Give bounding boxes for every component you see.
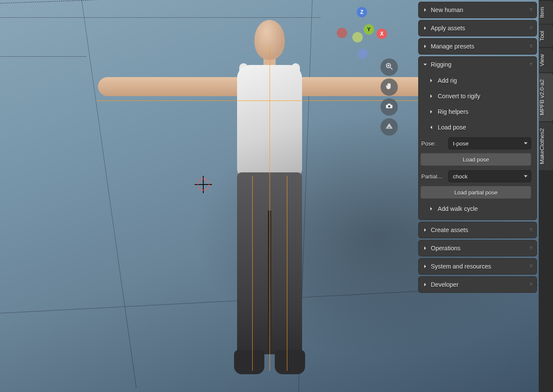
svg-line-1	[390, 68, 393, 70]
grid-line-dashed	[0, 0, 173, 3]
perspective-toggle-button[interactable]	[381, 118, 398, 136]
tab-makeclothes[interactable]: MakeClothes2	[539, 122, 553, 170]
chevron-right-icon	[429, 93, 435, 100]
panel-header-apply-assets[interactable]: Apply assets ⠿	[419, 20, 537, 36]
gizmo-axis-y[interactable]: Y	[364, 24, 374, 35]
pose-select[interactable]: t-pose	[448, 137, 531, 149]
subpanel-convert-rigify[interactable]: Convert to rigify	[425, 89, 534, 104]
subpanel-label: Add walk cycle	[438, 205, 478, 212]
grid-line	[0, 17, 321, 18]
subpanel-add-walk-cycle[interactable]: Add walk cycle	[425, 201, 534, 216]
panel-developer: Developer ⠿	[418, 276, 537, 293]
drag-grip-icon[interactable]: ⠿	[530, 246, 533, 251]
tab-mpfb[interactable]: MPFB v2.0-a2	[539, 73, 553, 121]
panel-title: Rigging	[431, 61, 451, 68]
panel-header-developer[interactable]: Developer ⠿	[419, 277, 537, 292]
panel-title: Create assets	[431, 227, 468, 233]
tab-item[interactable]: Item	[539, 1, 553, 24]
panel-create-assets: Create assets ⠿	[418, 222, 537, 238]
tab-tool[interactable]: Tool	[539, 25, 553, 47]
load-partial-pose-button[interactable]: Load partial pose	[420, 186, 531, 199]
panel-apply-assets: Apply assets ⠿	[418, 20, 537, 36]
panel-operations: Operations ⠿	[418, 240, 537, 256]
subpanel-label: Convert to rigify	[438, 93, 480, 100]
n-panel: New human ⠿ Apply assets ⠿ Manage preset…	[416, 0, 539, 392]
zoom-icon	[385, 62, 394, 72]
svg-rect-6	[388, 104, 391, 105]
panel-title: Manage presets	[431, 43, 474, 50]
panel-system-resources: System and resources ⠿	[418, 258, 537, 275]
subpanel-label: Rig helpers	[438, 108, 468, 115]
panel-header-new-human[interactable]: New human ⠿	[419, 2, 537, 18]
orientation-gizmo[interactable]: Z Y X	[335, 4, 387, 56]
cursor-3d-icon	[197, 178, 209, 191]
camera-view-button[interactable]	[381, 98, 398, 116]
chevron-right-icon	[429, 205, 435, 212]
gizmo-axis-neg-y[interactable]	[352, 32, 363, 42]
pan-button[interactable]	[381, 78, 398, 96]
drag-grip-icon[interactable]: ⠿	[530, 26, 533, 31]
grid-line	[0, 56, 87, 57]
panel-header-system-resources[interactable]: System and resources ⠿	[419, 259, 537, 274]
drag-grip-icon[interactable]: ⠿	[530, 228, 533, 233]
subpanel-label: Load pose	[438, 124, 466, 131]
chevron-right-icon	[422, 228, 428, 232]
pose-label: Pose:	[421, 140, 446, 147]
subpanel-add-rig[interactable]: Add rig	[425, 73, 534, 88]
drag-grip-icon[interactable]: ⠿	[530, 62, 533, 67]
gizmo-axis-neg-x[interactable]	[337, 28, 347, 38]
chevron-right-icon	[422, 264, 428, 269]
drag-grip-icon[interactable]: ⠿	[530, 282, 533, 287]
partial-label: Partial…	[421, 173, 446, 180]
subpanel-rig-helpers[interactable]: Rig helpers	[425, 104, 534, 119]
viewport-tool-column	[381, 58, 398, 136]
panel-new-human: New human ⠿	[418, 2, 537, 18]
zoom-button[interactable]	[381, 58, 398, 76]
panel-title: System and resources	[431, 263, 491, 270]
vertical-tab-rail: Item Tool View MPFB v2.0-a2 MakeClothes2	[539, 0, 553, 392]
panel-header-manage-presets[interactable]: Manage presets ⠿	[419, 39, 537, 54]
partial-pose-select[interactable]: chock	[448, 170, 531, 182]
gizmo-axis-neg-z[interactable]	[358, 49, 368, 59]
grid-line	[81, 0, 137, 388]
svg-point-5	[388, 105, 390, 107]
chevron-right-icon	[429, 108, 435, 115]
partial-pose-select-value: chock	[453, 173, 468, 180]
gizmo-axis-z[interactable]: Z	[357, 7, 367, 17]
drag-grip-icon[interactable]: ⠿	[530, 264, 533, 269]
hand-icon	[385, 82, 394, 92]
grid-icon	[385, 122, 394, 132]
panel-title: Developer	[431, 281, 459, 288]
panel-title: Apply assets	[431, 25, 465, 32]
gizmo-axis-x[interactable]: X	[377, 29, 387, 39]
subpanel-load-pose[interactable]: Load pose	[425, 120, 534, 135]
load-pose-button[interactable]: Load pose	[420, 153, 531, 166]
panel-header-operations[interactable]: Operations ⠿	[419, 240, 537, 256]
tab-view[interactable]: View	[539, 48, 553, 72]
chevron-down-icon	[429, 124, 435, 131]
chevron-right-icon	[429, 77, 435, 84]
chevron-down-icon	[422, 62, 428, 67]
panel-header-rigging[interactable]: Rigging ⠿	[419, 57, 537, 72]
chevron-right-icon	[422, 8, 428, 12]
subpanel-label: Add rig	[438, 77, 457, 84]
grid-line	[298, 0, 312, 392]
camera-icon	[385, 102, 394, 112]
chevron-right-icon	[422, 246, 428, 250]
panel-title: Operations	[431, 245, 460, 252]
panel-header-create-assets[interactable]: Create assets ⠿	[419, 222, 537, 238]
pose-select-value: t-pose	[453, 140, 468, 147]
chevron-right-icon	[422, 44, 428, 49]
chevron-right-icon	[422, 282, 428, 287]
drag-grip-icon[interactable]: ⠿	[530, 8, 533, 13]
drag-grip-icon[interactable]: ⠿	[530, 44, 533, 49]
panel-rigging: Rigging ⠿ Add rig Convert to rigify Rig …	[418, 56, 537, 220]
chevron-right-icon	[422, 26, 428, 30]
panel-manage-presets: Manage presets ⠿	[418, 38, 537, 55]
panel-title: New human	[431, 6, 463, 13]
